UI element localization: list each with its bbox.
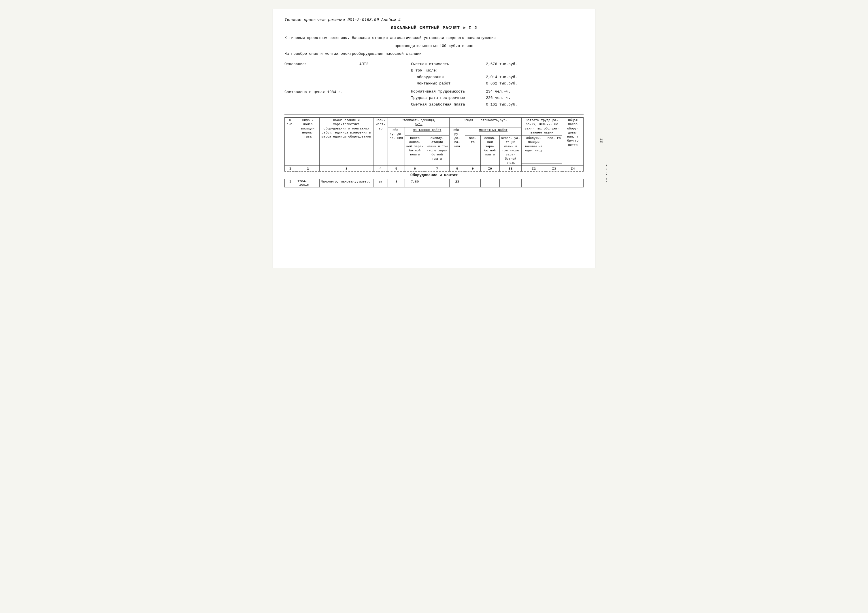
th-tot-exp: экспл- уа- тации машин в том числе зара-… [499, 135, 522, 166]
build-labor-row: Трудозатраты построечные 226 чел.-ч. [411, 95, 584, 101]
th-tot-basezp: основ- ной зара- ботной платы [480, 135, 499, 166]
cost-montage-row: монтажных работ 0,662 тыс.руб. [411, 81, 584, 87]
section-label: Оборудование и монтаж [285, 171, 584, 179]
table-row: I 1704--20016 Манометр, мановакуумметр, … [285, 179, 584, 188]
description-line2: производительностью 100 куб.м в час [284, 43, 584, 49]
cost-title-row: Сметная стоимость 2,676 тыс.руб. [411, 61, 584, 67]
meta-section: Основание: АПТ2 Составлена в ценах 1984 … [284, 61, 584, 109]
main-table: №п.п. Шифр и номер позиции норма- тива Н… [284, 117, 584, 188]
col-n-10: I0 [480, 166, 499, 171]
page-number-side: 23 [600, 138, 604, 143]
col-n-4: 4 [373, 166, 388, 171]
build-labor-value: 226 чел.-ч. [486, 95, 511, 101]
row-num: I [285, 179, 296, 188]
salary-label: Сметная заработная плата [411, 102, 486, 107]
cost-equipment-value: 2,014 тыс.руб. [486, 74, 517, 80]
col-n-2: 2 [296, 166, 319, 171]
row-labor-unit [522, 179, 546, 188]
salary-value: 0,161 тыс.руб. [486, 102, 517, 107]
row-unit-cost: 7,80 [405, 179, 425, 188]
cost-including-row: В том числе: [411, 68, 584, 73]
basis-label: Основание: [284, 61, 360, 67]
col-n-13: I3 [546, 166, 562, 171]
row-total-all [465, 179, 480, 188]
th-code: Шифр и номер позиции норма- тива [296, 118, 319, 166]
col-n-3: 3 [319, 166, 373, 171]
cost-including-label: В том числе: [411, 68, 486, 73]
doc-number-side: 24776-04 [605, 165, 607, 182]
row-labor-all [546, 179, 562, 188]
th-montage-header: монтажных работ [405, 127, 450, 135]
row-qty: 3 [388, 179, 405, 188]
col-n-12: I2 [522, 166, 546, 171]
th-unit-basezp: всего основ- ной зара- ботной платы [405, 135, 425, 166]
th-num: №п.п. [285, 118, 296, 166]
norm-labor-label: Нормативная трудоемкость [411, 89, 486, 95]
meta-right: Сметная стоимость 2,676 тыс.руб. В том ч… [411, 61, 584, 109]
basis-row: Основание: АПТ2 [284, 61, 400, 67]
th-unit-exp: эксплу- атации машин в том числе зара- б… [425, 135, 450, 166]
th-montage-total-header: монтажных работ [465, 127, 521, 135]
salary-row: Сметная заработная плата 0,161 тыс.руб. [411, 102, 584, 107]
col-n-9: 9 [465, 166, 480, 171]
row-code: 1704--20016 [296, 179, 319, 188]
th-labor-unit-2 [522, 163, 546, 166]
col-number-row: I 2 3 4 5 6 7 8 9 I0 II I2 I3 I4 [285, 166, 584, 171]
th-qty: Коли-чест-во [373, 118, 388, 166]
col-n-1: I [285, 166, 296, 171]
norm-labor-value: 234 чел.-ч. [486, 89, 511, 95]
cost-title-label: Сметная стоимость [411, 61, 486, 67]
row-name: Манометр, мановакуумметр, [319, 179, 373, 188]
th-unit-cost: Стоимость единицы,руб. [388, 118, 449, 127]
cost-montage-label: монтажных работ [411, 81, 486, 87]
th-unit-equip: обо- ру- до- ва- ния [388, 127, 405, 166]
page-container: 23 24776-04 Типовые проектные решения 90… [273, 9, 595, 268]
cost-montage-value: 0,662 тыс.руб. [486, 81, 517, 87]
top-divider [284, 114, 584, 115]
header-row-1: №п.п. Шифр и номер позиции норма- тива Н… [285, 118, 584, 127]
total-cost-value: 2,676 тыс.руб. [486, 61, 517, 67]
description-line3: На приобретение и монтаж электрооборудов… [284, 51, 584, 57]
section-header-row: Оборудование и монтаж [285, 171, 584, 179]
norm-labor-row: Нормативная трудоемкость 234 чел.-ч. [411, 89, 584, 95]
th-labor-all-2 [546, 163, 562, 166]
basis-value: АПТ2 [360, 61, 368, 67]
col-n-8: 8 [449, 166, 465, 171]
row-mass [562, 179, 584, 188]
cost-equipment-row: оборудования 2,014 тыс.руб. [411, 74, 584, 80]
col-n-5: 5 [388, 166, 405, 171]
row-base-zp [480, 179, 499, 188]
th-labor-unit: обслужи- вающий машины на еди- ницу [522, 135, 546, 163]
row-unit: шт [373, 179, 388, 188]
composed-row: Составлена в ценах 1984 г. [284, 90, 400, 94]
th-labor: Затраты труда ра- бочих, чел.-ч. не заня… [522, 118, 562, 135]
col-n-6: 6 [405, 166, 425, 171]
col-n-11: II [499, 166, 522, 171]
th-total-cost: Общая стоимость,руб. [449, 118, 522, 127]
col-n-14: I4 [562, 166, 584, 171]
th-name: Наименование и характеристика оборудован… [319, 118, 373, 166]
th-tot-equip: обо- ру- до- ва- ния [449, 127, 465, 166]
composed-label: Составлена в ценах 1984 г. [284, 90, 343, 94]
project-reference: Типовые проектные решения 901-2-0168.90 … [284, 18, 584, 22]
meta-left: Основание: АПТ2 Составлена в ценах 1984 … [284, 61, 400, 109]
description-line1: К типовым проектным решениям. Насосная с… [284, 35, 584, 41]
th-tot-all: все- го [465, 135, 480, 166]
col-n-7: 7 [425, 166, 450, 171]
build-labor-label: Трудозатраты построечные [411, 95, 486, 101]
row-exp [425, 179, 450, 188]
cost-equipment-label: оборудования [411, 74, 486, 80]
row-exp-total [499, 179, 522, 188]
th-mass: Общая масса обору- дова- ния, т брутто н… [562, 118, 584, 166]
page-title: ЛОКАЛЬНЫЙ СМЕТНЫЙ РАСЧЕТ № I-2 [284, 26, 584, 31]
row-total: 23 [449, 179, 465, 188]
th-labor-all: все- го [546, 135, 562, 163]
